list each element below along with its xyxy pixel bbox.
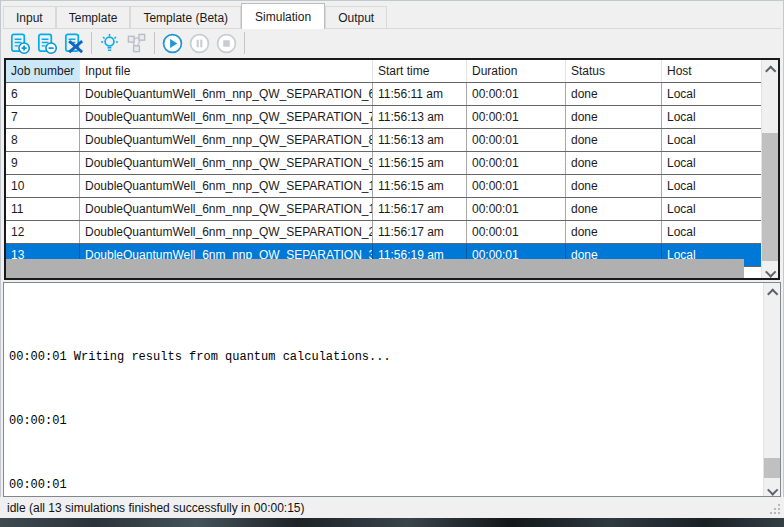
log-content: 00:00:01 Writing results from quantum ca…	[9, 285, 761, 495]
cell-input-file: DoubleQuantumWell_6nm_nnp_QW_SEPARATION_…	[80, 83, 373, 105]
cell-duration: 00:00:01	[467, 129, 566, 151]
cell-status: done	[566, 106, 662, 128]
remove-input-file-button[interactable]	[33, 30, 60, 56]
cluster-network-icon	[125, 32, 148, 55]
cell-input-file: DoubleQuantumWell_6nm_nnp_QW_SEPARATION_…	[80, 129, 373, 151]
cell-start-time: 11:56:15 am	[373, 152, 467, 174]
tab-label: Input	[16, 11, 43, 25]
tab-bar: Input Template Template (Beta) Simulatio…	[3, 2, 781, 29]
tab-template[interactable]: Template	[56, 6, 131, 28]
job-row-8[interactable]: 8 DoubleQuantumWell_6nm_nnp_QW_SEPARATIO…	[6, 129, 761, 152]
log-output-panel[interactable]: 00:00:01 Writing results from quantum ca…	[3, 282, 781, 497]
log-line: 00:00:01	[9, 413, 761, 429]
tab-label: Simulation	[255, 10, 311, 24]
cell-status: done	[566, 152, 662, 174]
hint-button[interactable]	[96, 30, 123, 56]
chevron-down-icon	[767, 484, 778, 495]
log-scrollbar[interactable]	[763, 283, 780, 496]
scroll-up-button[interactable]	[762, 60, 778, 77]
tab-simulation[interactable]: Simulation	[241, 3, 325, 29]
column-header-input-file[interactable]: Input file	[80, 60, 373, 82]
jobs-grid: Job number Input file Start time Duratio…	[6, 60, 761, 278]
add-input-file-button[interactable]	[6, 30, 33, 56]
add-input-file-icon	[8, 32, 31, 55]
cell-status: done	[566, 175, 662, 197]
tab-template-beta[interactable]: Template (Beta)	[130, 6, 241, 28]
tab-label: Output	[338, 11, 374, 25]
column-header-host[interactable]: Host	[662, 60, 761, 82]
cell-duration: 00:00:01	[467, 152, 566, 174]
cell-input-file: DoubleQuantumWell_6nm_nnp_QW_SEPARATION_…	[80, 175, 373, 197]
run-simulation-button[interactable]	[159, 30, 186, 56]
cell-start-time: 11:56:15 am	[373, 175, 467, 197]
cell-host: Local	[662, 175, 761, 197]
cell-status: done	[566, 198, 662, 220]
cell-status: done	[566, 129, 662, 151]
column-header-duration[interactable]: Duration	[467, 60, 566, 82]
tab-label: Template (Beta)	[143, 11, 228, 25]
cluster-button[interactable]	[123, 30, 150, 56]
tab-label: Template	[69, 11, 118, 25]
cell-duration: 00:00:01	[467, 198, 566, 220]
cell-start-time: 11:56:17 am	[373, 198, 467, 220]
cell-duration: 00:00:01	[467, 175, 566, 197]
scroll-up-button[interactable]	[764, 283, 780, 300]
jobs-table-scrollbar[interactable]	[761, 60, 778, 278]
pause-simulation-icon	[188, 32, 211, 55]
cell-host: Local	[662, 221, 761, 243]
cell-job-number: 12	[6, 221, 80, 243]
log-line: 00:00:01 Writing results from quantum ca…	[9, 349, 761, 365]
toolbar-separator	[154, 32, 155, 54]
hint-lightbulb-icon	[98, 32, 121, 55]
jobs-table-header: Job number Input file Start time Duratio…	[6, 60, 761, 83]
scrollbar-thumb[interactable]	[764, 458, 780, 478]
chevron-up-icon	[767, 288, 778, 299]
cell-input-file: DoubleQuantumWell_6nm_nnp_QW_SEPARATION_…	[80, 152, 373, 174]
pause-simulation-button[interactable]	[186, 30, 213, 56]
cell-host: Local	[662, 129, 761, 151]
job-row-11[interactable]: 11 DoubleQuantumWell_6nm_nnp_QW_SEPARATI…	[6, 198, 761, 221]
jobs-rows: 6 DoubleQuantumWell_6nm_nnp_QW_SEPARATIO…	[6, 83, 761, 267]
cell-job-number: 8	[6, 129, 80, 151]
scrollbar-thumb[interactable]	[762, 133, 778, 261]
scroll-down-button[interactable]	[762, 261, 778, 278]
clear-input-files-icon	[62, 32, 85, 55]
job-row-6[interactable]: 6 DoubleQuantumWell_6nm_nnp_QW_SEPARATIO…	[6, 83, 761, 106]
tab-input[interactable]: Input	[3, 6, 56, 28]
cell-input-file: DoubleQuantumWell_6nm_nnp_QW_SEPARATION_…	[80, 106, 373, 128]
cell-host: Local	[662, 106, 761, 128]
status-text: idle (all 13 simulations finished succes…	[7, 501, 305, 515]
job-row-9[interactable]: 9 DoubleQuantumWell_6nm_nnp_QW_SEPARATIO…	[6, 152, 761, 175]
cell-start-time: 11:56:13 am	[373, 129, 467, 151]
chevron-up-icon	[765, 65, 776, 76]
simulation-window: Input Template Template (Beta) Simulatio…	[0, 0, 784, 527]
cell-duration: 00:00:01	[467, 83, 566, 105]
job-row-7[interactable]: 7 DoubleQuantumWell_6nm_nnp_QW_SEPARATIO…	[6, 106, 761, 129]
cell-job-number: 9	[6, 152, 80, 174]
column-header-start-time[interactable]: Start time	[373, 60, 467, 82]
log-line: 00:00:01	[9, 477, 761, 493]
cell-duration: 00:00:01	[467, 221, 566, 243]
cell-start-time: 11:56:17 am	[373, 221, 467, 243]
cell-host: Local	[662, 198, 761, 220]
chevron-down-icon	[765, 266, 776, 277]
job-row-10[interactable]: 10 DoubleQuantumWell_6nm_nnp_QW_SEPARATI…	[6, 175, 761, 198]
stop-simulation-icon	[215, 32, 238, 55]
cell-duration: 00:00:01	[467, 106, 566, 128]
scroll-down-button[interactable]	[764, 479, 780, 496]
cell-job-number: 10	[6, 175, 80, 197]
cell-status: done	[566, 83, 662, 105]
resize-grip-icon[interactable]	[769, 503, 781, 515]
clear-input-files-button[interactable]	[60, 30, 87, 56]
column-header-status[interactable]: Status	[566, 60, 662, 82]
toolbar	[6, 30, 249, 56]
stop-simulation-button[interactable]	[213, 30, 240, 56]
job-row-12[interactable]: 12 DoubleQuantumWell_6nm_nnp_QW_SEPARATI…	[6, 221, 761, 244]
jobs-table: Job number Input file Start time Duratio…	[4, 58, 780, 280]
cell-job-number: 6	[6, 83, 80, 105]
desktop-background-strip	[0, 518, 784, 527]
tab-output[interactable]: Output	[325, 6, 387, 28]
column-header-job-number[interactable]: Job number	[6, 60, 80, 82]
status-bar: idle (all 13 simulations finished succes…	[0, 497, 784, 518]
cell-job-number: 11	[6, 198, 80, 220]
